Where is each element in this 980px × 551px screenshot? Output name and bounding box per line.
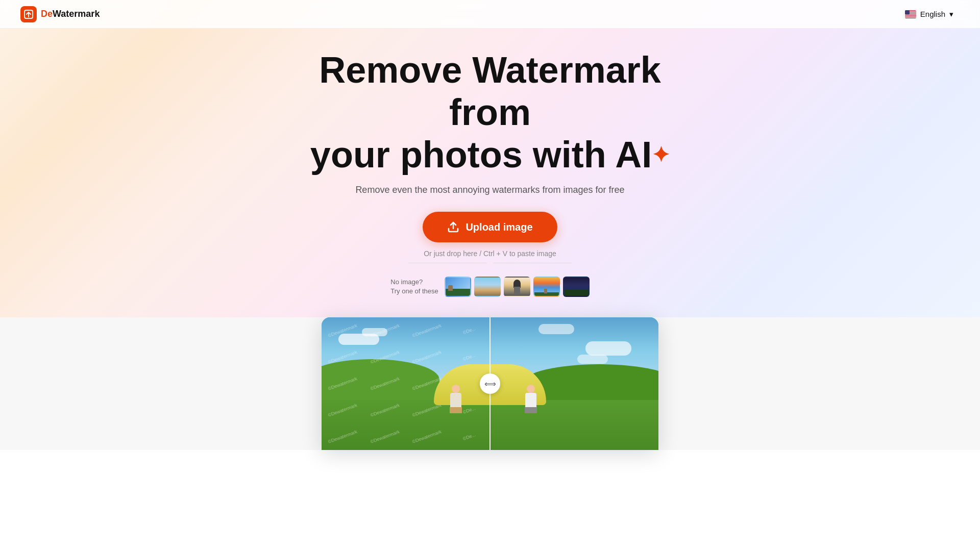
drop-hint: Or just drop here / Ctrl + V to paste im… <box>424 249 556 258</box>
logo[interactable]: DeWatermark <box>20 6 100 22</box>
demo-image: ©Dewatermark ©Dewatermark ©Dewatermark ©… <box>322 317 658 450</box>
svg-rect-5 <box>905 14 916 15</box>
demo-section: ©Dewatermark ©Dewatermark ©Dewatermark ©… <box>0 317 980 450</box>
header: DeWatermark English ▾ <box>0 0 980 29</box>
divider <box>408 263 572 263</box>
logo-icon <box>20 6 37 22</box>
hero-subtitle: Remove even the most annoying watermarks… <box>355 185 624 195</box>
logo-text: DeWatermark <box>41 9 100 19</box>
sparkle-icon: ✦ <box>652 143 670 167</box>
sample-thumbs <box>445 277 590 297</box>
svg-rect-7 <box>905 17 916 17</box>
child-left <box>450 385 462 413</box>
svg-rect-8 <box>905 10 910 15</box>
hero-title: Remove Watermark from your photos with A… <box>291 49 689 176</box>
sample-images-row: No image? Try one of these <box>390 277 589 297</box>
sample-thumb-4[interactable] <box>533 277 560 297</box>
slider-arrows-icon: ⟺ <box>484 379 496 389</box>
upload-button[interactable]: Upload image <box>423 212 557 242</box>
cloud-5 <box>538 324 574 334</box>
language-label: English <box>920 10 945 18</box>
sample-thumb-3[interactable] <box>504 277 530 297</box>
chevron-down-icon: ▾ <box>949 10 953 19</box>
flag-icon <box>905 10 916 18</box>
cloud-4 <box>577 355 608 364</box>
language-selector[interactable]: English ▾ <box>899 7 960 22</box>
sample-label: No image? Try one of these <box>390 278 438 296</box>
cloud-3 <box>585 341 631 356</box>
cloud-2 <box>362 328 387 336</box>
hero-section: Remove Watermark from your photos with A… <box>0 0 980 317</box>
sample-thumb-1[interactable] <box>445 277 471 297</box>
upload-icon <box>447 221 459 233</box>
demo-container: ©Dewatermark ©Dewatermark ©Dewatermark ©… <box>322 317 658 450</box>
slider-handle[interactable]: ⟺ <box>480 373 500 394</box>
child-right <box>525 385 537 413</box>
sample-thumb-2[interactable] <box>474 277 501 297</box>
sample-thumb-5[interactable] <box>563 277 590 297</box>
svg-rect-6 <box>905 16 916 16</box>
